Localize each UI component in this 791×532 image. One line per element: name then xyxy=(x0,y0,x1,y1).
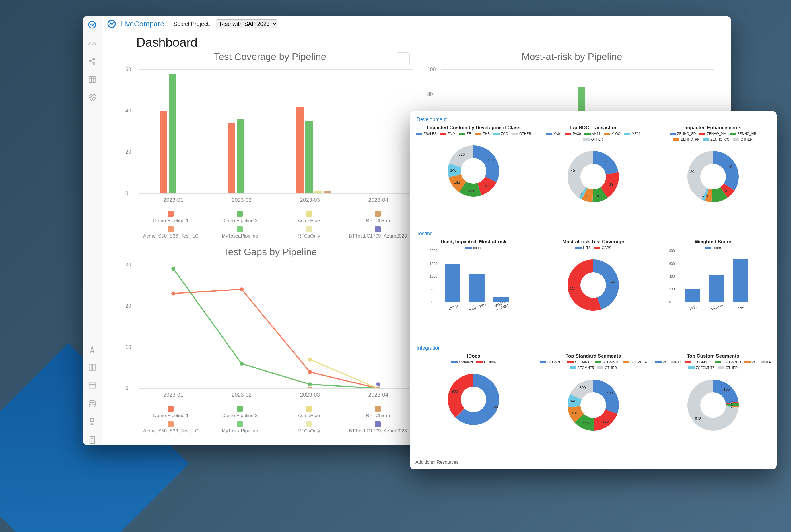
svg-point-20 xyxy=(376,386,380,388)
mini-chart-impactedEnh: Impacted EnhancementsZENHO_SDZENHO_MMZEN… xyxy=(655,125,771,230)
legend-item[interactable]: _Demo Pipeline 2_ xyxy=(219,406,260,418)
legend-item: SEGMNT4 xyxy=(623,360,647,364)
legend-item: count xyxy=(466,246,482,250)
bar xyxy=(315,191,322,193)
x-tick: 2023-01 xyxy=(163,197,183,203)
gauge-icon[interactable] xyxy=(87,38,97,48)
legend-item[interactable]: BTTestLC1709_Azure2023 xyxy=(349,421,407,434)
legend-item[interactable]: AcmePipe xyxy=(298,211,320,224)
slice-label: 55 xyxy=(570,286,574,290)
additional-resources-link[interactable]: Additional Resources xyxy=(415,460,771,465)
window-icon[interactable] xyxy=(87,380,97,391)
bar xyxy=(323,191,331,193)
legend-item[interactable]: _Demo Pipeline 2_ xyxy=(219,211,260,224)
y-tick: 20 xyxy=(126,303,131,309)
section-testing[interactable]: Testing xyxy=(417,231,771,237)
legend-item: OTHER xyxy=(512,132,531,136)
legend-item[interactable]: RFCsOnly xyxy=(298,421,320,434)
legend-item: ZENHO_SD xyxy=(670,132,696,136)
x-tick: IMPACTED xyxy=(469,303,487,312)
bar xyxy=(733,259,748,302)
svg-point-10 xyxy=(240,287,244,291)
x-tick: High xyxy=(689,304,697,311)
chart-menu-icon[interactable] xyxy=(397,52,410,65)
slice-label: 300 xyxy=(580,385,586,390)
bar xyxy=(296,107,304,193)
slice-label: 40 xyxy=(571,168,575,173)
slice-label: 511 xyxy=(607,391,614,395)
legend-item[interactable]: _Demo Pipeline 1_ xyxy=(150,211,191,224)
x-tick: Medium xyxy=(711,304,723,311)
mini-chart-riskCoverage: Most-at-risk Test CoverageHITSGAPS4555 xyxy=(535,239,652,344)
book-icon[interactable] xyxy=(87,362,97,373)
legend-item: score xyxy=(705,246,721,250)
legend-item[interactable]: RH_Charm xyxy=(366,406,390,418)
slice-label: 18 xyxy=(609,182,613,187)
mini-chart-impactedCustom: Impacted Custom by Development ClassZSAL… xyxy=(415,125,532,230)
legend-item[interactable]: RFCsOnly xyxy=(298,226,320,239)
x-tick: 2023-03 xyxy=(300,392,320,398)
legend-item: ZSEGMNT4 xyxy=(744,360,771,364)
x-tick: 2023-02 xyxy=(232,197,251,203)
slice-label: 140 xyxy=(570,399,577,403)
slice-label: 202 xyxy=(484,184,490,188)
legend-item: OTHER xyxy=(718,366,737,370)
legend-item: ZSEGMNT1 xyxy=(655,360,681,364)
pipeline-legend: _Demo Pipeline 1__Demo Pipeline 2_AcmePi… xyxy=(136,406,413,434)
y-tick: 0 xyxy=(126,385,128,392)
slice-label: 160 xyxy=(723,387,730,392)
slice-label: 181 xyxy=(572,411,578,415)
legend-item: SEGMNT2 xyxy=(567,360,591,364)
x-tick: USED xyxy=(448,304,459,311)
bar xyxy=(684,289,700,302)
legend-item[interactable]: Acme_S50_S36_Test_LC xyxy=(143,421,199,434)
y-tick: 40 xyxy=(126,108,131,114)
brand-name: LiveCompare xyxy=(120,20,165,28)
slice-label: 320 xyxy=(459,152,465,156)
bar xyxy=(305,121,313,193)
pipeline-legend: _Demo Pipeline 1__Demo Pipeline 2_AcmePi… xyxy=(136,211,413,239)
logo-icon xyxy=(87,20,97,30)
grid-icon[interactable] xyxy=(87,74,97,84)
section-integration[interactable]: Integration xyxy=(417,345,771,351)
legend-item: SEGMNT5 xyxy=(570,366,594,370)
bar xyxy=(469,274,485,302)
slice-label: 900 xyxy=(452,389,458,394)
mini-chart-custSeg: Top Custom SegmentsZSEGMNT1ZSEGMNT2ZSEGM… xyxy=(655,353,771,458)
bar xyxy=(709,275,724,302)
legend-item[interactable]: _Demo Pipeline 1_ xyxy=(150,406,191,418)
database-icon[interactable] xyxy=(87,399,97,409)
legend-item[interactable]: AcmePipe xyxy=(298,406,320,418)
svg-point-9 xyxy=(171,291,175,295)
legend-item[interactable]: MyToscaPipeline xyxy=(222,226,258,239)
legend-item: GAPS xyxy=(594,246,611,250)
svg-point-11 xyxy=(308,370,312,374)
svg-point-14 xyxy=(240,362,244,365)
legend-item[interactable]: MyToscaPipeline xyxy=(222,421,258,434)
chart-test-coverage: Test Coverage by Pipeline 02040602023-01… xyxy=(119,50,421,245)
legend-item: PA30 xyxy=(565,132,581,136)
project-select[interactable]: Rise with SAP 2023 xyxy=(216,19,277,28)
mini-title: Impacted Enhancements xyxy=(684,125,741,131)
legend-item: ZENHO_HR xyxy=(730,132,756,136)
heartbeat-icon[interactable] xyxy=(87,93,97,103)
share-icon[interactable] xyxy=(87,56,97,66)
slice-label: 45 xyxy=(610,280,615,284)
brush-icon[interactable] xyxy=(87,417,97,427)
bar xyxy=(159,111,167,193)
mini-title: Top Custom Segments xyxy=(687,353,739,359)
report-icon[interactable] xyxy=(87,435,97,445)
legend-item[interactable]: RH_Charm xyxy=(366,211,390,224)
topbar: LiveCompare Select Project: Rise with SA… xyxy=(102,16,731,33)
slice-label: 181 xyxy=(454,180,460,185)
svg-point-3 xyxy=(93,62,95,64)
legend-item[interactable]: BTTestLC1709_Azure2023 xyxy=(349,226,407,239)
page-title: Dashboard xyxy=(102,33,731,50)
legend-item[interactable]: Acme_S50_S36_Test_LC xyxy=(143,226,199,239)
legend-item: ZSEGMNT2 xyxy=(685,360,711,364)
slice-label: 3 xyxy=(725,189,727,193)
section-development[interactable]: Development xyxy=(417,117,771,122)
compass-icon[interactable] xyxy=(87,344,97,354)
legend-item: OTHER xyxy=(583,137,603,141)
x-tick: 2023-04 xyxy=(369,197,389,203)
